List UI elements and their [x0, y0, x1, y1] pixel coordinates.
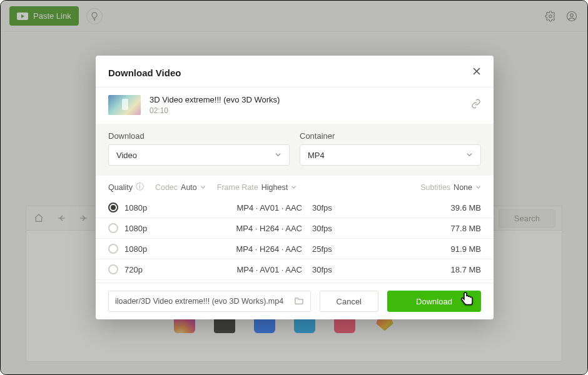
- encoding: MP4 · H264 · AAC: [218, 244, 312, 254]
- cancel-label: Cancel: [337, 297, 362, 306]
- quality-label: Quality: [108, 183, 133, 192]
- fps: 30fps: [312, 224, 368, 233]
- radio-icon: [108, 264, 118, 274]
- radio-icon: [108, 202, 118, 212]
- fps: 30fps: [312, 203, 368, 212]
- quality-filter[interactable]: Quality ⓘ: [108, 182, 144, 192]
- chevron-down-icon: [275, 151, 281, 160]
- file-size: 91.9 MB: [368, 244, 481, 254]
- fps: 25fps: [312, 244, 368, 254]
- codec-value: Auto: [181, 183, 197, 192]
- fps: 30fps: [312, 265, 368, 274]
- container-value: MP4: [308, 151, 325, 160]
- file-size: 18.7 MB: [368, 265, 481, 274]
- copy-link-button[interactable]: [471, 99, 481, 111]
- video-meta: 3D Video extreme!!! (evo 3D Works) 02:10: [150, 95, 462, 115]
- resolution: 1080p: [124, 203, 218, 212]
- codec-label: Codec: [155, 183, 178, 192]
- video-row: 3D Video extreme!!! (evo 3D Works) 02:10: [96, 88, 494, 124]
- quality-row[interactable]: 1080pMP4 · AV01 · AAC30fps39.6 MB: [96, 198, 494, 218]
- encoding: MP4 · AV01 · AAC: [218, 203, 312, 212]
- video-duration: 02:10: [150, 106, 462, 115]
- quality-list: 1080pMP4 · AV01 · AAC30fps39.6 MB1080pMP…: [96, 198, 494, 282]
- modal-footer: iloader/3D Video extreme!!! (evo 3D Work…: [96, 282, 494, 319]
- app-window: Paste Link Search Download Video: [0, 0, 588, 375]
- modal-header: Download Video: [96, 56, 494, 88]
- info-icon: ⓘ: [136, 182, 144, 192]
- encoding: MP4 · H264 · AAC: [218, 224, 312, 233]
- quality-row[interactable]: 1080pMP4 · H264 · AAC25fps91.9 MB: [96, 239, 494, 259]
- quality-row[interactable]: 720pMP4 · AV01 · AAC30fps18.7 MB: [96, 259, 494, 280]
- subtitles-label: Subtitles: [420, 183, 450, 192]
- framerate-value: Highest: [261, 183, 288, 192]
- framerate-label: Frame Rate: [217, 183, 258, 192]
- format-selectors: Download Video Container MP4: [96, 124, 494, 176]
- download-button[interactable]: Download: [387, 291, 481, 312]
- close-button[interactable]: [472, 67, 481, 78]
- subtitles-value: None: [454, 183, 472, 192]
- folder-icon: [294, 296, 304, 307]
- container-label: Container: [300, 131, 481, 141]
- subtitles-filter[interactable]: Subtitles None: [420, 183, 481, 192]
- chevron-down-icon: [466, 151, 473, 160]
- file-size: 77.8 MB: [368, 224, 481, 233]
- download-type-label: Download: [108, 131, 290, 141]
- resolution: 1080p: [124, 244, 218, 254]
- download-type-value: Video: [116, 151, 137, 160]
- chevron-down-icon: [200, 183, 206, 192]
- video-title: 3D Video extreme!!! (evo 3D Works): [150, 95, 462, 104]
- container-select[interactable]: MP4: [300, 144, 481, 166]
- resolution: 720p: [124, 265, 218, 274]
- encoding: MP4 · AV01 · AAC: [218, 265, 312, 274]
- quality-row[interactable]: 1080pMP4 · H264 · AAC30fps77.8 MB: [96, 218, 494, 239]
- download-type-select[interactable]: Video: [108, 144, 290, 166]
- download-label: Download: [416, 297, 452, 306]
- chevron-down-icon: [291, 183, 297, 192]
- resolution: 1080p: [124, 224, 218, 233]
- download-modal: Download Video 3D Video extreme!!! (evo …: [96, 56, 494, 319]
- close-icon: [472, 67, 481, 76]
- modal-title: Download Video: [108, 68, 181, 78]
- file-size: 39.6 MB: [368, 203, 481, 212]
- codec-filter[interactable]: Codec Auto: [155, 183, 206, 192]
- chevron-down-icon: [475, 183, 481, 192]
- video-thumbnail: [108, 95, 141, 115]
- framerate-filter[interactable]: Frame Rate Highest: [217, 183, 297, 192]
- save-path-field[interactable]: iloader/3D Video extreme!!! (evo 3D Work…: [108, 291, 311, 312]
- radio-icon: [108, 223, 118, 233]
- cancel-button[interactable]: Cancel: [320, 291, 378, 312]
- filter-bar: Quality ⓘ Codec Auto Frame Rate Highest …: [96, 176, 494, 198]
- link-icon: [471, 99, 481, 109]
- radio-icon: [108, 244, 118, 254]
- save-path-text: iloader/3D Video extreme!!! (evo 3D Work…: [115, 297, 283, 306]
